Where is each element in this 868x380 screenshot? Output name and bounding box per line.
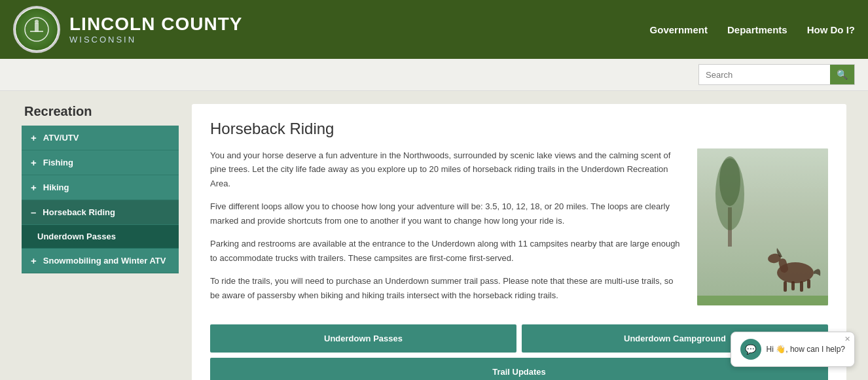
expand-icon: + [31,182,37,193]
chat-close-icon[interactable]: ✕ [844,335,850,343]
search-bar-container: 🔍 [0,59,868,91]
state-name: WISCONSIN [69,35,242,44]
paragraph-4: To ride the trails, you will need to pur… [210,274,684,302]
paragraph-3: Parking and restrooms are available at t… [210,237,684,265]
paragraph-2: Five different loops allow you to choose… [210,199,684,228]
collapse-icon: – [31,207,36,218]
sidebar-item-horseback-riding[interactable]: – Horseback Riding [22,200,179,225]
chat-avatar: 💬 [740,339,761,360]
sidebar-sub-item-label: Underdown Passes [37,232,116,241]
nav-departments[interactable]: Departments [727,24,787,35]
tree-illustration [710,155,750,247]
expand-icon: + [31,132,37,143]
search-button[interactable]: 🔍 [830,65,854,84]
sidebar-item-label: Horseback Riding [43,207,115,217]
ground-illustration [697,286,828,305]
svg-rect-2 [30,31,43,32]
expand-icon: + [31,255,37,266]
nav-how-do-i[interactable]: How Do I? [807,24,855,35]
svg-rect-1 [35,23,39,32]
sidebar-item-fishing[interactable]: + Fishing [22,150,179,175]
county-logo [13,6,60,53]
sidebar-item-label: Fishing [43,158,73,167]
header-branding: LINCOLN COUNTY WISCONSIN [13,6,242,53]
sidebar: Recreation + ATV/UTV + Fishing + Hiking … [22,104,179,380]
main-nav: Government Departments How Do I? [650,24,855,35]
search-bar: 🔍 [698,64,855,85]
sidebar-item-label: ATV/UTV [43,133,79,143]
sidebar-title: Recreation [22,104,179,119]
horse-image [697,148,828,305]
sidebar-item-label: Hiking [43,182,69,192]
content-text: You and your horse deserve a fun adventu… [210,148,684,311]
sidebar-item-label: Snowmobiling and Winter ATV [43,256,166,266]
sidebar-item-snowmobiling[interactable]: + Snowmobiling and Winter ATV [22,249,179,273]
svg-rect-14 [697,296,828,305]
svg-point-3 [35,20,39,24]
svg-point-6 [719,156,740,206]
expand-icon: + [31,157,37,168]
chat-bubble[interactable]: ✕ 💬 Hi 👋, how can I help? [731,332,855,367]
chat-message: Hi 👋, how can I help? [767,345,845,354]
underdown-passes-button[interactable]: Underdown Passes [210,324,516,353]
horse-illustration [763,240,822,292]
page-title: Horseback Riding [210,120,828,138]
content-body: You and your horse deserve a fun adventu… [210,148,828,311]
county-name: LINCOLN COUNTY [69,14,242,35]
nav-government[interactable]: Government [650,24,708,35]
sidebar-item-underdown-passes[interactable]: Underdown Passes [22,225,179,249]
search-input[interactable] [699,66,830,84]
site-header: LINCOLN COUNTY WISCONSIN Government Depa… [0,0,868,59]
sidebar-item-atv-utv[interactable]: + ATV/UTV [22,126,179,150]
sidebar-item-hiking[interactable]: + Hiking [22,175,179,200]
county-title: LINCOLN COUNTY WISCONSIN [69,14,242,44]
paragraph-1: You and your horse deserve a fun adventu… [210,148,684,190]
